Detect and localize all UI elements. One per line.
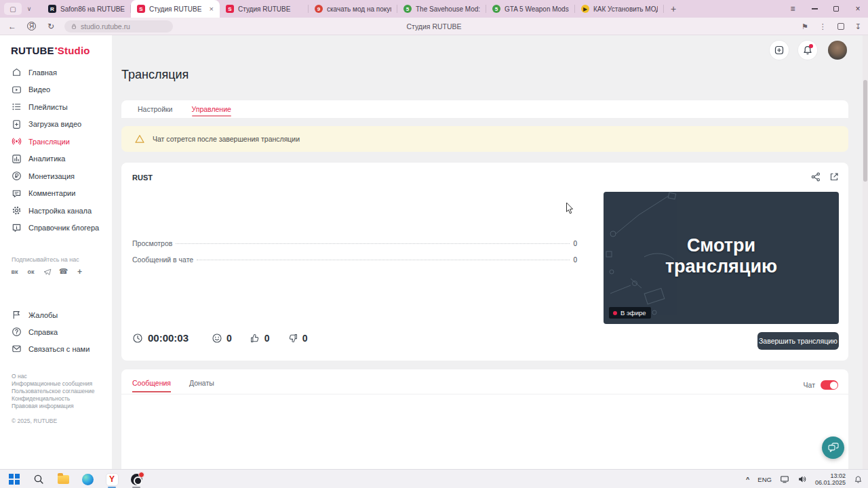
copyright: © 2025, RUTUBE: [12, 418, 57, 424]
live-dot-icon: [613, 311, 617, 315]
viber-icon[interactable]: ☎: [58, 266, 68, 277]
notifications-button[interactable]: [798, 41, 817, 60]
edge-button[interactable]: [80, 472, 95, 487]
scrollbar[interactable]: [863, 35, 868, 469]
vk-icon[interactable]: вк: [9, 266, 20, 277]
chevron-down-icon[interactable]: ∨: [23, 3, 35, 15]
sidebar-item-help[interactable]: Справка: [0, 323, 112, 340]
gta5mods-favicon: 5: [492, 5, 500, 13]
tab-management[interactable]: Управление: [192, 100, 231, 118]
taskbar-search[interactable]: [31, 472, 46, 487]
avatar[interactable]: [828, 41, 847, 60]
gear-icon: [12, 205, 22, 216]
tab-settings[interactable]: Настройки: [138, 100, 173, 118]
browser-tab[interactable]: R Safon86 на RUTUBE: 13 ш: [42, 0, 131, 18]
share-button[interactable]: [810, 171, 821, 185]
file-explorer-button[interactable]: [56, 472, 71, 487]
likes-counter[interactable]: 0: [250, 333, 270, 344]
stream-name: RUST: [132, 174, 153, 182]
sidebar-item-playlists[interactable]: Плейлисты: [0, 98, 112, 116]
footer-link-about[interactable]: О нас: [12, 373, 94, 380]
stat-views: Просмотров 0: [132, 239, 577, 256]
tab-messages[interactable]: Сообщения: [132, 379, 171, 392]
divider: [121, 394, 848, 394]
dislikes-counter[interactable]: 0: [288, 333, 308, 344]
notification-dot: [809, 44, 813, 48]
obs-studio-button[interactable]: [129, 472, 144, 487]
browser-tab[interactable]: S Студия RUTUBE: [220, 0, 309, 18]
close-tab-icon[interactable]: ×: [210, 5, 214, 13]
sidebar-item-monetization[interactable]: Монетизация: [0, 167, 112, 185]
dotted-leader: [176, 243, 570, 244]
more-vertical-icon[interactable]: ⋮: [819, 22, 827, 31]
language-indicator[interactable]: ENG: [757, 476, 772, 483]
sidebar-item-broadcasts[interactable]: Трансляции: [0, 133, 112, 150]
stream-preview[interactable]: Смотри трансляцию В эфире: [604, 192, 839, 324]
tab-panel-button[interactable]: ▢: [4, 3, 22, 15]
sidebar-item-contact-us[interactable]: Связаться с нами: [0, 340, 112, 357]
footer-link-terms[interactable]: Пользовательское соглашение: [12, 388, 94, 395]
minimize-window-icon[interactable]: [810, 4, 819, 14]
back-icon[interactable]: ←: [3, 22, 22, 31]
yandex-home-icon[interactable]: Я: [27, 22, 36, 30]
chat-toggle[interactable]: [821, 380, 838, 390]
refresh-icon[interactable]: ↻: [41, 22, 60, 31]
tab-donations[interactable]: Донаты: [189, 379, 214, 392]
collections-icon[interactable]: [837, 23, 844, 30]
restore-window-icon[interactable]: [831, 4, 841, 14]
yandex-browser-button[interactable]: Y: [104, 472, 119, 487]
telegram-icon[interactable]: [42, 266, 52, 277]
downloads-icon[interactable]: ↧: [855, 22, 861, 31]
browser-tab[interactable]: 5 GTA 5 Weapon Mods - GT: [486, 0, 575, 18]
warning-text: Чат сотрется после завершения трансляции: [153, 135, 300, 143]
scrollbar-thumb[interactable]: [863, 80, 867, 182]
odnoklassniki-icon[interactable]: ок: [26, 266, 36, 277]
browser-tab-active[interactable]: S Студия RUTUBE ×: [131, 0, 220, 18]
comments-icon: [12, 188, 22, 199]
chat-toggle-label: Чат: [804, 381, 815, 389]
url-field[interactable]: studio.rutube.ru: [64, 20, 173, 33]
tray-chevron-icon[interactable]: ^: [746, 476, 749, 483]
sidebar: RUTUBE•Studio Главная Видео Плейлисты За…: [0, 35, 112, 469]
browser-address-bar: ← Я ↻ studio.rutube.ru Студия RUTUBE ⚑ ⋮…: [0, 18, 868, 35]
browser-tab[interactable]: ▶ КАК Установить МОД НА: [575, 0, 664, 18]
sidebar-item-video[interactable]: Видео: [0, 81, 112, 99]
sidebar-item-upload[interactable]: Загрузка видео: [0, 116, 112, 134]
start-button[interactable]: [7, 472, 22, 487]
sidebar-item-home[interactable]: Главная: [0, 64, 112, 81]
rutube-studio-favicon: S: [226, 5, 234, 13]
browser-tab[interactable]: 9 скачать мод на покупку д: [309, 0, 397, 18]
new-tab-button[interactable]: +: [667, 2, 680, 16]
windows-icon: [9, 474, 20, 485]
home-icon: [12, 67, 22, 77]
browser-menu-icon[interactable]: ≡: [788, 4, 797, 14]
rutube-studio-logo[interactable]: RUTUBE•Studio: [11, 45, 90, 56]
end-stream-button[interactable]: Завершить трансляцию: [757, 332, 839, 350]
mail-icon: [12, 344, 22, 354]
bookmark-icon[interactable]: ⚑: [802, 22, 808, 31]
create-button[interactable]: [770, 41, 789, 60]
youtube-favicon: ▶: [581, 5, 589, 13]
volume-icon[interactable]: [797, 474, 807, 484]
sidebar-item-complaints[interactable]: Жалобы: [0, 306, 112, 323]
sidebar-item-blogger-guide[interactable]: Справочник блогера: [0, 220, 112, 237]
notifications-tray-icon[interactable]: [854, 475, 863, 484]
sidebar-item-channel-settings[interactable]: Настройка канала: [0, 202, 112, 220]
footer-link-privacy[interactable]: Конфиденциальность: [12, 395, 94, 403]
footer-link-info[interactable]: Информационные сообщения: [12, 380, 94, 388]
footer-link-legal[interactable]: Правовая информация: [12, 403, 94, 410]
taskbar: Y ^ ENG 13:02 06.01.2025: [0, 469, 868, 488]
more-socials-icon[interactable]: +: [75, 266, 85, 277]
close-window-icon[interactable]: ×: [853, 4, 863, 14]
thumb-down-icon: [288, 333, 298, 344]
info-bubble-icon: [12, 223, 22, 233]
taskbar-clock[interactable]: 13:02 06.01.2025: [815, 472, 846, 487]
browser-tab[interactable]: 5 The Savehouse Mod: Hou: [397, 0, 486, 18]
support-chat-button[interactable]: [822, 436, 844, 459]
sidebar-item-comments[interactable]: Комментарии: [0, 185, 112, 203]
network-icon[interactable]: [780, 474, 789, 484]
stream-duration: 00:00:03: [148, 332, 189, 344]
sidebar-item-analytics[interactable]: Аналитика: [0, 150, 112, 168]
search-icon: [33, 474, 44, 485]
open-stream-button[interactable]: [829, 171, 840, 185]
